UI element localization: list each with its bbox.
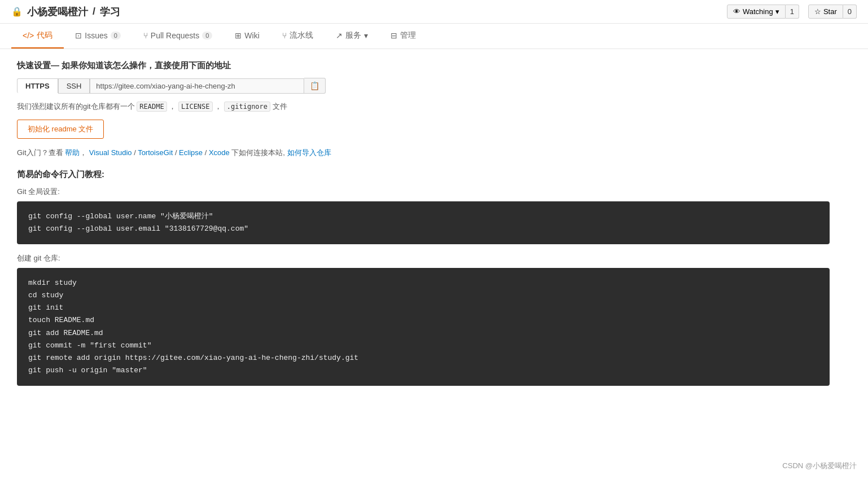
repo-title: 🔒 小杨爱喝橙汁 / 学习: [11, 5, 120, 19]
repo-url-input[interactable]: [90, 78, 304, 94]
star-label: Star: [823, 7, 837, 16]
copy-url-button[interactable]: 📋: [304, 78, 326, 94]
star-icon: ☆: [814, 7, 821, 16]
pr-icon: ⑂: [143, 31, 148, 40]
tab-pr-label: Pull Requests: [151, 31, 199, 40]
watch-button[interactable]: 👁 Watching ▾: [727, 5, 786, 19]
services-icon: ↗: [336, 31, 343, 40]
eclipse-link[interactable]: Eclipse: [179, 148, 203, 157]
main-nav: </> 代码 ⊡ Issues 0 ⑂ Pull Requests 0 ⊞ Wi…: [0, 24, 868, 49]
pipeline-icon: ⑂: [282, 31, 287, 40]
readme-badge: README: [137, 102, 166, 112]
gitignore-badge: .gitignore: [224, 102, 270, 112]
tab-services[interactable]: ↗ 服务 ▾: [325, 24, 379, 49]
header: 🔒 小杨爱喝橙汁 / 学习 👁 Watching ▾ 1 ☆ Star 0: [0, 0, 868, 24]
issues-badge: 0: [111, 32, 121, 39]
star-count: 0: [843, 5, 857, 19]
url-row: HTTPS SSH 📋: [17, 78, 830, 94]
ssh-button[interactable]: SSH: [58, 78, 90, 94]
tab-pipeline-label: 流水线: [290, 30, 313, 41]
tutorial-section: 简易的命令行入门教程: Git 全局设置: git config --globa…: [17, 169, 830, 386]
star-button[interactable]: ☆ Star: [808, 5, 843, 19]
services-chevron-icon: ▾: [364, 31, 368, 40]
https-button[interactable]: HTTPS: [17, 78, 58, 93]
main-content: 快速设置— 如果你知道该怎么操作，直接使用下面的地址 HTTPS SSH 📋 我…: [0, 49, 847, 406]
lock-icon: 🔒: [11, 6, 23, 17]
global-config-code: git config --global user.name "小杨爱喝橙汁" g…: [17, 201, 830, 244]
git-help-text: Git入门？查看 帮助， Visual Studio / TortoiseGit…: [17, 148, 830, 158]
quick-setup-section: 快速设置— 如果你知道该怎么操作，直接使用下面的地址 HTTPS SSH 📋 我…: [17, 60, 830, 158]
issues-icon: ⊡: [75, 31, 82, 40]
pr-badge: 0: [202, 32, 212, 39]
admin-icon: ⊟: [391, 31, 397, 40]
tab-pull-requests[interactable]: ⑂ Pull Requests 0: [132, 24, 224, 48]
help-link[interactable]: 帮助: [65, 148, 80, 157]
create-repo-code: mkdir study cd study git init touch READ…: [17, 268, 830, 386]
recommend-text: 我们强烈建议所有的git仓库都有一个 README ， LICENSE ， .g…: [17, 102, 830, 112]
tab-code[interactable]: </> 代码: [11, 24, 64, 49]
wiki-icon: ⊞: [235, 31, 242, 40]
visual-studio-link[interactable]: Visual Studio: [89, 148, 132, 157]
watch-count: 1: [786, 5, 799, 19]
tortoisegit-link[interactable]: TortoiseGit: [138, 148, 173, 157]
tab-wiki-label: Wiki: [244, 31, 259, 40]
eye-icon: 👁: [733, 7, 740, 16]
code-icon: </>: [23, 31, 34, 40]
tab-issues-label: Issues: [85, 31, 107, 40]
tab-code-label: 代码: [37, 30, 52, 41]
tab-admin[interactable]: ⊟ 管理: [379, 24, 427, 49]
repo-name: 学习: [100, 5, 120, 19]
repo-owner: 小杨爱喝橙汁: [27, 5, 88, 19]
xcode-link[interactable]: Xcode: [209, 148, 230, 157]
chevron-down-icon: ▾: [775, 7, 779, 16]
create-repo-label: 创建 git 仓库:: [17, 253, 830, 263]
watch-label: Watching: [743, 7, 773, 16]
header-actions: 👁 Watching ▾ 1 ☆ Star 0: [727, 5, 857, 19]
watch-group: 👁 Watching ▾ 1: [727, 5, 799, 19]
license-badge: LICENSE: [178, 102, 213, 112]
copy-icon: 📋: [310, 81, 319, 90]
tab-wiki[interactable]: ⊞ Wiki: [223, 24, 270, 48]
quick-setup-title: 快速设置— 如果你知道该怎么操作，直接使用下面的地址: [17, 60, 830, 71]
import-repo-link[interactable]: 如何导入仓库: [287, 148, 331, 157]
global-config-label: Git 全局设置:: [17, 187, 830, 197]
tab-issues[interactable]: ⊡ Issues 0: [64, 24, 132, 48]
tab-admin-label: 管理: [400, 30, 416, 41]
tutorial-title: 简易的命令行入门教程:: [17, 169, 830, 180]
tab-pipeline[interactable]: ⑂ 流水线: [271, 24, 325, 49]
repo-separator: /: [93, 6, 95, 17]
init-readme-button[interactable]: 初始化 readme 文件: [17, 120, 104, 139]
star-group: ☆ Star 0: [804, 5, 857, 19]
tab-services-label: 服务: [345, 30, 361, 41]
